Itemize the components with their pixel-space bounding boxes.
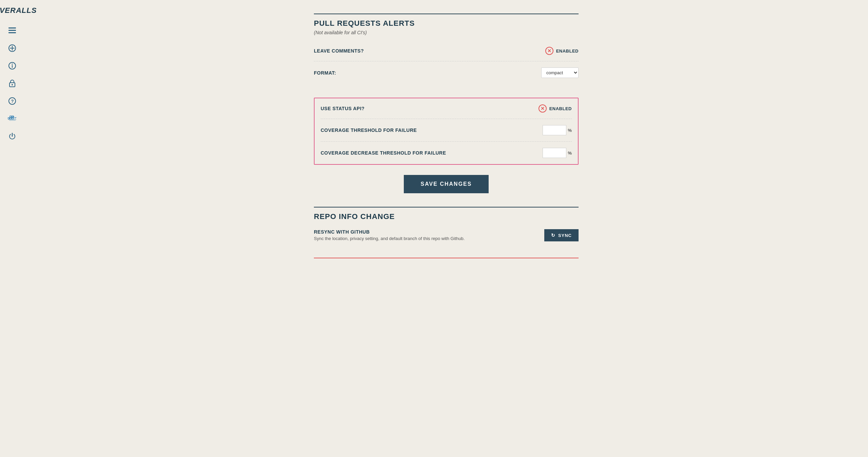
- coverage-decrease-label: COVERAGE DECREASE THRESHOLD FOR FAILURE: [321, 150, 446, 156]
- coverage-decrease-control: %: [543, 148, 572, 158]
- leave-comments-row: LEAVE COMMENTS? ✕ ENABLED: [314, 41, 579, 61]
- svg-rect-2: [8, 32, 16, 33]
- svg-point-8: [12, 64, 13, 65]
- svg-rect-14: [10, 118, 12, 119]
- toggle-x-icon: ✕: [545, 47, 553, 55]
- format-label: FORMAT:: [314, 70, 336, 76]
- bottom-red-divider: [314, 258, 579, 258]
- coverage-threshold-input[interactable]: [543, 125, 566, 135]
- coverage-threshold-row: COVERAGE THRESHOLD FOR FAILURE %: [321, 119, 572, 142]
- resync-row: RESYNC WITH GITHUB Sync the location, pr…: [314, 223, 579, 247]
- coverage-threshold-control: %: [543, 125, 572, 135]
- svg-rect-0: [8, 27, 16, 28]
- status-api-x-icon: ✕: [539, 104, 547, 113]
- leave-comments-status: ENABLED: [556, 48, 579, 54]
- format-control: compact full minimal: [541, 67, 579, 78]
- svg-rect-13: [8, 118, 10, 119]
- sidebar: COVERALLS: [0, 0, 24, 457]
- svg-rect-16: [10, 116, 12, 117]
- save-changes-button[interactable]: SAVE CHANGES: [404, 175, 489, 193]
- use-status-api-status: ENABLED: [549, 106, 572, 111]
- svg-rect-15: [12, 118, 14, 119]
- coverage-decrease-percent: %: [568, 151, 572, 156]
- repo-info-section: REPO INFO CHANGE RESYNC WITH GITHUB Sync…: [314, 207, 579, 258]
- pull-requests-title: PULL REQUESTS ALERTS: [314, 19, 579, 28]
- use-status-api-label: USE STATUS API?: [321, 106, 364, 111]
- resync-label-wrap: RESYNC WITH GITHUB Sync the location, pr…: [314, 229, 465, 241]
- help-icon[interactable]: ?: [6, 95, 18, 107]
- coverage-threshold-label: COVERAGE THRESHOLD FOR FAILURE: [321, 127, 417, 133]
- coverage-decrease-input[interactable]: [543, 148, 566, 158]
- svg-rect-1: [8, 30, 16, 31]
- svg-text:?: ?: [11, 99, 14, 104]
- repo-info-title: REPO INFO CHANGE: [314, 212, 579, 221]
- use-status-api-toggle[interactable]: ✕ ENABLED: [539, 104, 572, 113]
- main-content: PULL REQUESTS ALERTS (Not available for …: [294, 0, 599, 457]
- lock-icon[interactable]: [6, 77, 18, 90]
- sync-button-label: SYNC: [558, 233, 572, 238]
- status-api-box: USE STATUS API? ✕ ENABLED COVERAGE THRES…: [314, 98, 579, 165]
- coverage-threshold-percent: %: [568, 128, 572, 133]
- resync-desc: Sync the location, privacy setting, and …: [314, 236, 465, 241]
- resync-label: RESYNC WITH GITHUB: [314, 229, 465, 235]
- save-button-wrap: SAVE CHANGES: [314, 175, 579, 193]
- sync-icon: ↻: [551, 233, 555, 238]
- pull-requests-header: PULL REQUESTS ALERTS: [314, 14, 579, 28]
- pull-requests-subtitle: (Not available for all CI's): [314, 30, 579, 35]
- format-row: FORMAT: compact full minimal: [314, 61, 579, 84]
- docker-icon[interactable]: [6, 113, 18, 125]
- list-icon[interactable]: [6, 24, 18, 37]
- coverage-decrease-row: COVERAGE DECREASE THRESHOLD FOR FAILURE …: [321, 142, 572, 164]
- leave-comments-toggle[interactable]: ✕ ENABLED: [545, 47, 579, 55]
- pull-requests-section: PULL REQUESTS ALERTS (Not available for …: [314, 14, 579, 84]
- svg-rect-5: [10, 48, 15, 48]
- use-status-api-row: USE STATUS API? ✕ ENABLED: [321, 98, 572, 119]
- svg-rect-7: [12, 65, 13, 68]
- repo-info-header: REPO INFO CHANGE: [314, 207, 579, 221]
- format-select[interactable]: compact full minimal: [541, 67, 579, 78]
- power-icon[interactable]: [6, 130, 18, 142]
- svg-point-10: [12, 84, 13, 85]
- plus-icon[interactable]: [6, 42, 18, 54]
- app-logo: COVERALLS: [0, 6, 37, 15]
- leave-comments-label: LEAVE COMMENTS?: [314, 48, 364, 54]
- info-icon[interactable]: [6, 60, 18, 72]
- sync-button[interactable]: ↻ SYNC: [544, 229, 579, 241]
